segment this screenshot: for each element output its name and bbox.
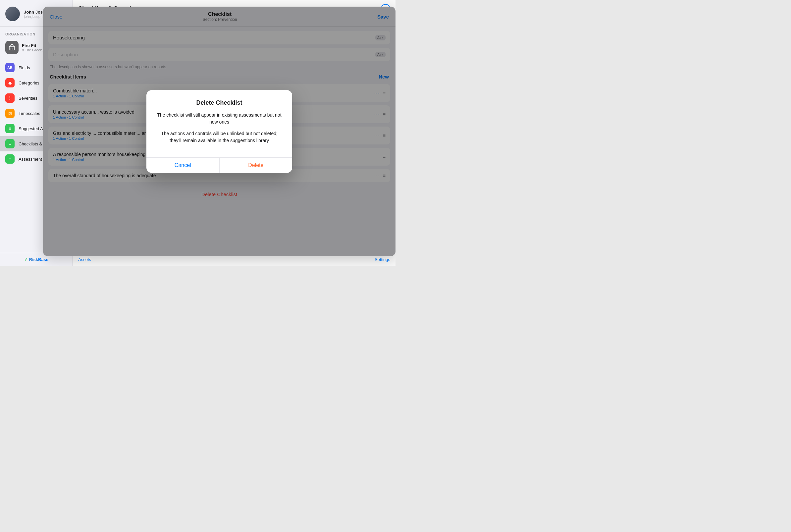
delete-dialog-message1: The checklist will still appear in exist… bbox=[157, 112, 282, 126]
avatar bbox=[5, 7, 20, 21]
svg-rect-1 bbox=[11, 48, 13, 50]
timescales-label: Timescales bbox=[19, 111, 40, 116]
settings-label[interactable]: Settings bbox=[374, 257, 390, 262]
delete-dialog-title: Delete Checklist bbox=[157, 99, 282, 106]
fields-label: Fields bbox=[19, 65, 30, 70]
suggested-actions-icon: ≡ bbox=[5, 124, 15, 133]
severities-label: Severities bbox=[19, 96, 37, 101]
categories-label: Categories bbox=[19, 80, 39, 86]
delete-dialog-actions: Cancel Delete bbox=[147, 157, 292, 173]
delete-dialog: Delete Checklist The checklist will stil… bbox=[147, 90, 292, 173]
fields-icon: AB bbox=[5, 63, 15, 72]
delete-dialog-body: Delete Checklist The checklist will stil… bbox=[147, 90, 292, 151]
riskbase-logo: ✓ RiskBase bbox=[24, 257, 49, 262]
delete-dialog-message2: The actions and controls will be unlinke… bbox=[157, 130, 282, 144]
checklist-modal: Close Checklist Section: Prevention Save… bbox=[43, 7, 396, 256]
timescales-icon: ⊠ bbox=[5, 109, 15, 118]
org-icon bbox=[5, 41, 19, 54]
severities-icon: ! bbox=[5, 93, 15, 103]
checklists-icon: ≡ bbox=[5, 139, 15, 148]
dialog-delete-button[interactable]: Delete bbox=[219, 158, 292, 173]
riskbase-base: Base bbox=[38, 257, 49, 262]
categories-icon: ◆ bbox=[5, 78, 15, 88]
riskbase-text: Risk bbox=[29, 257, 38, 262]
dialog-cancel-button[interactable]: Cancel bbox=[147, 158, 219, 173]
assets-label[interactable]: Assets bbox=[78, 257, 91, 262]
assessment-templates-icon: ≡ bbox=[5, 154, 15, 164]
